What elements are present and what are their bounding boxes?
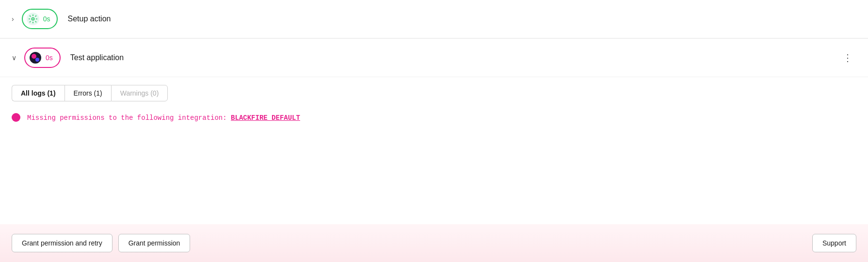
error-integration-name: BLACKFIRE_DEFAULT <box>231 114 300 122</box>
tab-errors[interactable]: Errors (1) <box>64 85 111 101</box>
error-dot-icon <box>12 113 20 122</box>
setup-status-badge[interactable]: 0s <box>22 9 58 29</box>
setup-gear-icon <box>27 13 39 25</box>
tab-warnings[interactable]: Warnings (0) <box>111 85 168 101</box>
test-status-badge[interactable]: 0s <box>24 48 61 68</box>
setup-chevron-icon[interactable]: › <box>12 15 14 23</box>
test-application-row: ∨ 0s Test application ⋮ <box>0 39 868 77</box>
grant-permission-retry-button[interactable]: Grant permission and retry <box>12 234 113 252</box>
error-message-text: Missing permissions to the following int… <box>27 114 231 122</box>
more-options-icon[interactable]: ⋮ <box>839 50 856 66</box>
grant-permission-button[interactable]: Grant permission <box>118 234 191 252</box>
setup-action-label: Setup action <box>67 15 111 23</box>
tabs-row: All logs (1) Errors (1) Warnings (0) <box>0 77 868 101</box>
test-badge-time: 0s <box>46 54 53 62</box>
error-message-container: Missing permissions to the following int… <box>27 113 300 122</box>
test-application-label: Test application <box>70 53 124 62</box>
footer-bar: Grant permission and retry Grant permiss… <box>0 224 868 262</box>
setup-action-row: › 0s Setup action <box>0 0 868 38</box>
test-row-end: ⋮ <box>839 50 856 66</box>
setup-badge-time: 0s <box>43 15 50 23</box>
svg-point-0 <box>32 18 34 20</box>
page-container: › 0s Setup action ∨ 0s Test application … <box>0 0 868 262</box>
error-row: Missing permissions to the following int… <box>0 101 868 130</box>
tab-all-logs[interactable]: All logs (1) <box>12 85 64 101</box>
test-avatar-icon <box>29 51 42 64</box>
support-button[interactable]: Support <box>812 234 856 252</box>
test-chevron-icon[interactable]: ∨ <box>12 54 16 62</box>
